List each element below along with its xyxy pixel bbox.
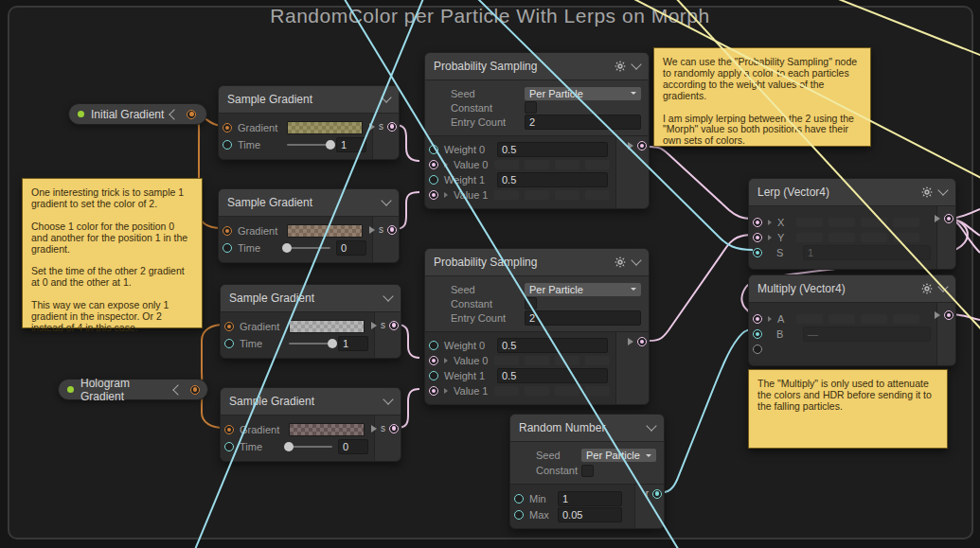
- chevron-down-icon[interactable]: [937, 185, 948, 195]
- node-header[interactable]: Sample Gradient: [221, 285, 401, 312]
- chevron-down-icon[interactable]: [383, 291, 393, 301]
- gear-icon[interactable]: [615, 61, 626, 72]
- max-field[interactable]: 0.05: [558, 507, 622, 522]
- node-header[interactable]: Sample Gradient: [221, 388, 401, 415]
- node-output[interactable]: [628, 337, 647, 346]
- node-output[interactable]: [935, 214, 953, 223]
- weight0-input-port[interactable]: [429, 341, 438, 350]
- time-slider-handle[interactable]: [284, 442, 294, 451]
- time-input-port[interactable]: [224, 442, 234, 451]
- constant-checkbox[interactable]: [581, 465, 594, 477]
- chevron-left-icon[interactable]: [169, 109, 180, 119]
- gradient-input-port[interactable]: [224, 425, 234, 434]
- node-output[interactable]: [628, 141, 647, 150]
- gradient-preview[interactable]: [289, 320, 365, 333]
- max-input-port[interactable]: [514, 510, 524, 520]
- time-slider-handle[interactable]: [326, 140, 335, 150]
- node-output[interactable]: [935, 310, 953, 320]
- time-slider[interactable]: [287, 144, 330, 146]
- chevron-down-icon[interactable]: [383, 394, 393, 404]
- time-value-field[interactable]: 0: [338, 439, 368, 454]
- sticky-note-bottom-right[interactable]: The "Multiply" is only used to attenuate…: [748, 369, 948, 449]
- gear-icon[interactable]: [921, 186, 933, 198]
- node-header[interactable]: Sample Gradient: [219, 189, 399, 217]
- chevron-down-icon[interactable]: [937, 281, 948, 292]
- node-header[interactable]: Random Number: [510, 415, 664, 442]
- sticky-note-top-right[interactable]: We can use the "Probability Sampling" no…: [653, 47, 871, 147]
- node-output[interactable]: r: [646, 488, 662, 499]
- node-lerp-vector4[interactable]: Lerp (Vector4) X Y S 1: [748, 178, 956, 270]
- sample-output-port[interactable]: [387, 122, 397, 132]
- node-probability-sampling-2[interactable]: Probability Sampling Seed Per Particle C…: [424, 248, 650, 405]
- node-sample-gradient-4[interactable]: Sample Gradient Gradient Time 0 s: [220, 387, 401, 462]
- property-pill-initial-gradient[interactable]: Initial Gradient: [68, 103, 207, 125]
- chevron-down-icon[interactable]: [381, 195, 391, 205]
- seed-dropdown[interactable]: Per Particle: [581, 449, 656, 462]
- expand-arrow-icon[interactable]: [444, 388, 448, 394]
- sample-output[interactable]: s: [371, 423, 399, 433]
- property-pill-hologram-gradient[interactable]: Hologram Gradient: [58, 379, 208, 400]
- gradient-input-port[interactable]: [224, 322, 234, 331]
- chevron-down-icon[interactable]: [631, 255, 641, 265]
- time-input-port[interactable]: [224, 339, 234, 348]
- entry-count-field[interactable]: 2: [525, 310, 641, 326]
- weight1-input-port[interactable]: [429, 371, 438, 380]
- expand-arrow-icon[interactable]: [768, 235, 772, 240]
- node-sample-gradient-2[interactable]: Sample Gradient Gradient Time 0 s: [218, 188, 400, 263]
- constant-checkbox[interactable]: [525, 297, 537, 309]
- output-port[interactable]: [652, 489, 662, 499]
- gradient-output-port[interactable]: [187, 110, 196, 119]
- gear-icon[interactable]: [921, 283, 933, 294]
- x-input-port[interactable]: [753, 218, 762, 227]
- weight0-field[interactable]: 0.5: [497, 338, 608, 353]
- output-port[interactable]: [637, 141, 647, 150]
- gradient-preview[interactable]: [287, 121, 363, 134]
- time-slider-handle[interactable]: [328, 339, 337, 348]
- sample-output-port[interactable]: [389, 424, 399, 433]
- sample-output-port[interactable]: [389, 321, 399, 330]
- sample-output[interactable]: s: [371, 320, 399, 330]
- sample-output[interactable]: s: [369, 224, 397, 235]
- time-slider[interactable]: [289, 343, 332, 345]
- weight1-field[interactable]: 0.5: [497, 172, 608, 187]
- min-field[interactable]: 1: [558, 491, 622, 506]
- output-port[interactable]: [637, 337, 647, 346]
- node-header[interactable]: Lerp (Vector4): [749, 179, 955, 206]
- expand-arrow-icon[interactable]: [768, 316, 772, 322]
- node-header[interactable]: Sample Gradient: [219, 86, 399, 114]
- value1-input-port[interactable]: [429, 386, 438, 396]
- b-input-port[interactable]: [753, 329, 762, 339]
- y-input-port[interactable]: [753, 233, 762, 242]
- output-port[interactable]: [944, 310, 953, 320]
- time-slider[interactable]: [289, 446, 332, 448]
- gradient-output-port[interactable]: [190, 385, 200, 395]
- weight0-input-port[interactable]: [429, 145, 438, 154]
- expand-arrow-icon[interactable]: [768, 220, 772, 225]
- expand-arrow-icon[interactable]: [444, 192, 448, 198]
- value1-input-port[interactable]: [429, 190, 438, 200]
- sample-output-port[interactable]: [387, 225, 397, 235]
- weight0-field[interactable]: 0.5: [497, 142, 608, 157]
- expand-arrow-icon[interactable]: [444, 358, 448, 363]
- extra-input-port[interactable]: [753, 345, 762, 354]
- weight1-input-port[interactable]: [429, 175, 438, 185]
- node-header[interactable]: Multiply (Vector4): [749, 275, 955, 303]
- node-probability-sampling-1[interactable]: Probability Sampling Seed Per Particle C…: [424, 52, 650, 209]
- seed-dropdown[interactable]: Per Particle: [525, 283, 641, 296]
- a-input-port[interactable]: [753, 314, 762, 324]
- node-sample-gradient-3[interactable]: Sample Gradient Gradient Time 1 s: [220, 284, 401, 359]
- output-port[interactable]: [944, 214, 953, 223]
- time-value-field[interactable]: 1: [338, 336, 368, 351]
- gradient-input-port[interactable]: [223, 226, 232, 236]
- entry-count-field[interactable]: 2: [525, 115, 641, 130]
- gradient-input-port[interactable]: [223, 123, 232, 133]
- gear-icon[interactable]: [615, 256, 626, 268]
- time-slider-handle[interactable]: [282, 243, 292, 253]
- vfx-graph-canvas[interactable]: RandomColor per Particle With Lerps on M…: [0, 0, 980, 548]
- chevron-down-icon[interactable]: [381, 92, 391, 102]
- time-input-port[interactable]: [223, 140, 232, 150]
- sample-output[interactable]: s: [369, 121, 397, 132]
- chevron-down-icon[interactable]: [646, 420, 656, 431]
- time-value-field[interactable]: 0: [336, 240, 366, 256]
- chevron-left-icon[interactable]: [172, 384, 183, 395]
